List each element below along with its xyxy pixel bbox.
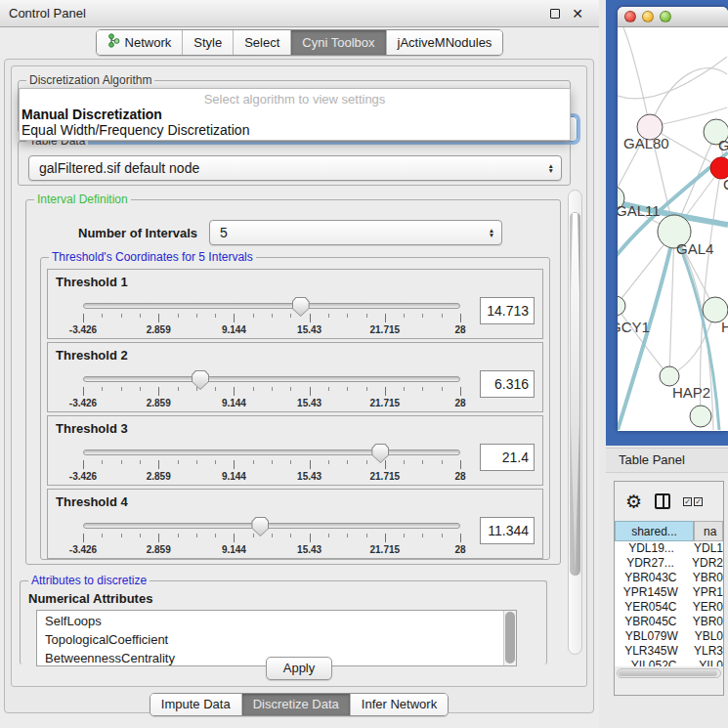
threshold-slider[interactable]: -3.4262.8599.14415.4321.71528 bbox=[83, 295, 460, 336]
close-icon[interactable]: ✕ bbox=[572, 9, 583, 19]
network-node[interactable] bbox=[618, 296, 625, 316]
cell-name[interactable]: YDL1 bbox=[688, 541, 723, 556]
network-node[interactable] bbox=[690, 406, 711, 427]
cell-name[interactable]: YPR1 bbox=[687, 585, 723, 600]
float-window-icon[interactable] bbox=[550, 9, 560, 19]
tab-style[interactable]: Style bbox=[182, 30, 233, 55]
cell-name[interactable]: YDR2 bbox=[686, 556, 723, 571]
network-node-label: GAL4 bbox=[676, 240, 713, 257]
table-row[interactable]: YLR345WYLR3 bbox=[615, 644, 723, 659]
network-window: GAL80GACGAL11GAL4GCY1HHAP2 bbox=[618, 7, 728, 431]
threshold-value-field[interactable]: 14.713 bbox=[480, 297, 535, 324]
table-row[interactable]: YDR27...YDR2 bbox=[615, 556, 723, 571]
tab-network[interactable]: Network bbox=[97, 30, 183, 55]
network-edge[interactable] bbox=[618, 57, 727, 99]
cyni-toolbox-panel: Discretization Algorithm ▲▼ Select algor… bbox=[4, 59, 594, 713]
cell-name[interactable]: YBR0 bbox=[687, 615, 723, 629]
threshold-value-field[interactable]: 6.316 bbox=[480, 370, 535, 398]
table-row[interactable]: YPR145WYPR1 bbox=[615, 585, 723, 600]
threshold-label: Threshold 1 bbox=[56, 275, 535, 289]
tab-label: Network bbox=[125, 35, 172, 50]
threshold-slider[interactable]: -3.4262.8599.14415.4321.71528 bbox=[83, 442, 460, 483]
number-of-intervals-spinner[interactable]: 5 ▲▼ bbox=[209, 220, 502, 245]
close-traffic-light-icon[interactable] bbox=[624, 11, 636, 22]
attributes-group: Attributes to discretize Numerical Attri… bbox=[20, 580, 547, 664]
slider-track[interactable] bbox=[83, 303, 460, 309]
threshold-value-field[interactable]: 11.344 bbox=[480, 517, 535, 544]
threshold-panel: Threshold 4 -3.4262.8599.14415.4321.7152… bbox=[47, 489, 543, 559]
algorithm-option-equal-width[interactable]: Equal Width/Frequency Discretization bbox=[20, 122, 570, 138]
attribute-item[interactable]: SelfLoops bbox=[45, 612, 503, 630]
cell-shared-name[interactable]: YBL079W bbox=[615, 629, 689, 644]
slider-tick-labels: -3.4262.8599.14415.4321.71528 bbox=[83, 471, 460, 483]
minimize-traffic-light-icon[interactable] bbox=[642, 11, 654, 22]
slider-track[interactable] bbox=[83, 376, 460, 382]
tab-discretize-data[interactable]: Discretize Data bbox=[241, 694, 350, 715]
table-data-combobox[interactable]: galFiltered.sif default node ▲▼ bbox=[28, 155, 562, 181]
threshold-slider[interactable]: -3.4262.8599.14415.4321.71528 bbox=[83, 368, 460, 409]
tab-label: Infer Network bbox=[362, 697, 437, 711]
threshold-slider[interactable]: -3.4262.8599.14415.4321.71528 bbox=[83, 515, 460, 556]
table-row[interactable]: YDL19...YDL1 bbox=[615, 541, 723, 556]
interval-definition-title: Interval Definition bbox=[34, 193, 131, 206]
algorithm-option-manual[interactable]: Manual Discretization bbox=[20, 107, 570, 122]
spinner-arrows-icon: ▲▼ bbox=[489, 228, 494, 237]
cell-name[interactable]: YER0 bbox=[687, 600, 723, 615]
tab-impute-data[interactable]: Impute Data bbox=[150, 694, 241, 715]
table-row[interactable]: YBR045CYBR0 bbox=[615, 615, 723, 629]
control-panel: Control Panel ✕ NetworkStyleSelectCyni T… bbox=[0, 0, 599, 728]
gear-icon[interactable]: ⚙ bbox=[625, 492, 642, 511]
slider-track[interactable] bbox=[83, 523, 460, 529]
algorithm-hint-option[interactable]: Select algorithm to view settings bbox=[20, 89, 570, 107]
cell-name[interactable]: YIL0 bbox=[693, 659, 723, 666]
tab-select[interactable]: Select bbox=[233, 30, 290, 55]
network-edge[interactable] bbox=[623, 27, 650, 127]
cell-name[interactable]: YLR3 bbox=[688, 644, 723, 659]
threshold-value-field[interactable]: 21.4 bbox=[480, 444, 535, 471]
zoom-traffic-light-icon[interactable] bbox=[660, 11, 671, 22]
attributes-list-scrollbar[interactable] bbox=[503, 611, 516, 665]
column-layout-icon[interactable] bbox=[655, 493, 670, 509]
cell-name[interactable]: YBL0 bbox=[689, 629, 723, 644]
network-node[interactable] bbox=[660, 366, 679, 386]
table-toolbar: ⚙ ✓✓ bbox=[615, 482, 723, 521]
table-panel-header: Table Panel bbox=[606, 448, 728, 473]
table-data-value: galFiltered.sif default node bbox=[39, 160, 199, 176]
cell-shared-name[interactable]: YDL19... bbox=[615, 541, 688, 556]
settings-scroll-area: Interval Definition Number of Intervals … bbox=[18, 190, 582, 655]
apply-button[interactable]: Apply bbox=[266, 657, 332, 680]
tab-jactivemnodules[interactable]: jActiveMNodules bbox=[386, 30, 503, 55]
thresholds-group-title: Threshold's Coordinates for 5 Intervals bbox=[49, 250, 256, 264]
threshold-panel: Threshold 3 -3.4262.8599.14415.4321.7152… bbox=[47, 415, 543, 486]
threshold-label: Threshold 4 bbox=[56, 494, 535, 509]
column-header-shared[interactable]: shared... bbox=[615, 521, 694, 541]
cell-shared-name[interactable]: YER054C bbox=[615, 600, 687, 615]
attribute-item[interactable]: TopologicalCoefficient bbox=[45, 630, 503, 649]
cell-shared-name[interactable]: YLR345W bbox=[615, 644, 688, 659]
table-body: YDL19...YDL1YDR27...YDR2YBR043CYBR0YPR14… bbox=[615, 541, 723, 666]
network-node-label: GCY1 bbox=[618, 319, 650, 335]
column-header-name[interactable]: na bbox=[694, 521, 723, 541]
table-row[interactable]: YBR043CYBR0 bbox=[615, 571, 723, 585]
panel-title: Control Panel bbox=[0, 6, 550, 21]
cell-shared-name[interactable]: YIL052C bbox=[615, 659, 693, 666]
network-canvas[interactable]: GAL80GACGAL11GAL4GCY1HHAP2 bbox=[618, 27, 728, 430]
cell-name[interactable]: YBR0 bbox=[687, 571, 723, 585]
slider-track[interactable] bbox=[83, 450, 460, 455]
number-of-intervals-value: 5 bbox=[220, 225, 228, 240]
select-columns-icon[interactable]: ✓✓ bbox=[683, 497, 703, 506]
cell-shared-name[interactable]: YBR045C bbox=[615, 615, 687, 629]
table-horizontal-scrollbar[interactable] bbox=[617, 668, 721, 678]
settings-vertical-scrollbar[interactable] bbox=[568, 190, 582, 655]
slider-tick-labels: -3.4262.8599.14415.4321.71528 bbox=[83, 398, 460, 409]
cell-shared-name[interactable]: YBR043C bbox=[615, 571, 687, 585]
table-row[interactable]: YBL079WYBL0 bbox=[615, 629, 723, 644]
tab-cyni-toolbox[interactable]: Cyni Toolbox bbox=[290, 30, 385, 55]
tab-infer-network[interactable]: Infer Network bbox=[350, 694, 448, 715]
table-row[interactable]: YIL052CYIL0 bbox=[615, 659, 723, 666]
slider-tick-labels: -3.4262.8599.14415.4321.71528 bbox=[83, 544, 460, 556]
cell-shared-name[interactable]: YPR145W bbox=[615, 585, 687, 600]
discretization-algorithm-title: Discretization Algorithm bbox=[26, 73, 154, 87]
table-row[interactable]: YER054CYER0 bbox=[615, 600, 723, 615]
cell-shared-name[interactable]: YDR27... bbox=[615, 556, 686, 571]
